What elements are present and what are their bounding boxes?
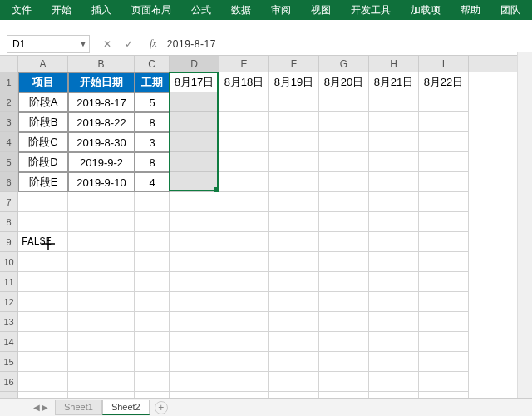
cell-F12[interactable] bbox=[269, 292, 319, 312]
name-box[interactable]: D1 ▼ bbox=[7, 35, 90, 53]
cell-E2[interactable] bbox=[219, 92, 269, 112]
cell-G7[interactable] bbox=[319, 192, 369, 212]
cell-F13[interactable] bbox=[269, 312, 319, 332]
confirm-icon[interactable]: ✓ bbox=[121, 38, 136, 50]
cell-A9[interactable]: FALSE bbox=[18, 232, 68, 252]
cell-B16[interactable] bbox=[68, 372, 135, 392]
row-header-4[interactable]: 4 bbox=[0, 132, 18, 152]
cell-D15[interactable] bbox=[170, 352, 219, 372]
ribbon-tab-1[interactable]: 开始 bbox=[42, 0, 81, 20]
row-header-14[interactable]: 14 bbox=[0, 332, 18, 352]
cell-I9[interactable] bbox=[419, 232, 469, 252]
cell-D4[interactable] bbox=[170, 132, 219, 152]
cell-G2[interactable] bbox=[319, 92, 369, 112]
cell-B11[interactable] bbox=[68, 272, 135, 292]
cell-I5[interactable] bbox=[419, 152, 469, 172]
cell-F1[interactable]: 8月19日 bbox=[269, 72, 319, 92]
cell-I7[interactable] bbox=[419, 192, 469, 212]
row-header-10[interactable]: 10 bbox=[0, 252, 18, 272]
cell-H1[interactable]: 8月21日 bbox=[369, 72, 419, 92]
cell-C12[interactable] bbox=[135, 292, 170, 312]
cell-G1[interactable]: 8月20日 bbox=[319, 72, 369, 92]
row-header-6[interactable]: 6 bbox=[0, 172, 18, 192]
sheet-tab-Sheet1[interactable]: Sheet1 bbox=[55, 400, 102, 415]
cell-D10[interactable] bbox=[170, 252, 219, 272]
row-header-13[interactable]: 13 bbox=[0, 312, 18, 332]
cell-A7[interactable] bbox=[18, 192, 68, 212]
cell-F14[interactable] bbox=[269, 332, 319, 352]
col-header-H[interactable]: H bbox=[369, 56, 419, 72]
col-header-B[interactable]: B bbox=[68, 56, 135, 72]
cell-B6[interactable]: 2019-9-10 bbox=[68, 172, 135, 192]
cell-H10[interactable] bbox=[369, 252, 419, 272]
cell-C2[interactable]: 5 bbox=[135, 92, 170, 112]
cell-E7[interactable] bbox=[219, 192, 269, 212]
cell-A5[interactable]: 阶段D bbox=[18, 152, 68, 172]
cell-C11[interactable] bbox=[135, 272, 170, 292]
cell-B10[interactable] bbox=[68, 252, 135, 272]
col-header-F[interactable]: F bbox=[269, 56, 319, 72]
cell-D8[interactable] bbox=[170, 212, 219, 232]
cell-F7[interactable] bbox=[269, 192, 319, 212]
cell-D16[interactable] bbox=[170, 372, 219, 392]
cell-H7[interactable] bbox=[369, 192, 419, 212]
ribbon-tab-3[interactable]: 页面布局 bbox=[121, 0, 181, 20]
cell-A11[interactable] bbox=[18, 272, 68, 292]
cell-C8[interactable] bbox=[135, 212, 170, 232]
cell-G4[interactable] bbox=[319, 132, 369, 152]
cell-A14[interactable] bbox=[18, 332, 68, 352]
row-header-15[interactable]: 15 bbox=[0, 352, 18, 372]
cell-I15[interactable] bbox=[419, 352, 469, 372]
cell-B2[interactable]: 2019-8-17 bbox=[68, 92, 135, 112]
col-header-I[interactable]: I bbox=[419, 56, 469, 72]
cell-H6[interactable] bbox=[369, 172, 419, 192]
cell-B1[interactable]: 开始日期 bbox=[68, 72, 135, 92]
cell-F10[interactable] bbox=[269, 252, 319, 272]
cell-H9[interactable] bbox=[369, 232, 419, 252]
cell-I10[interactable] bbox=[419, 252, 469, 272]
cell-F5[interactable] bbox=[269, 152, 319, 172]
cell-C1[interactable]: 工期 bbox=[135, 72, 170, 92]
cell-I16[interactable] bbox=[419, 372, 469, 392]
cell-G11[interactable] bbox=[319, 272, 369, 292]
cell-B15[interactable] bbox=[68, 352, 135, 372]
cell-C3[interactable]: 8 bbox=[135, 112, 170, 132]
ribbon-tab-4[interactable]: 公式 bbox=[181, 0, 221, 20]
cell-H12[interactable] bbox=[369, 292, 419, 312]
fx-icon[interactable]: fx bbox=[150, 37, 157, 50]
formula-input[interactable]: 2019-8-17 bbox=[157, 38, 532, 50]
cell-E5[interactable] bbox=[219, 152, 269, 172]
ribbon-tab-9[interactable]: 加载项 bbox=[401, 0, 451, 20]
cell-H11[interactable] bbox=[369, 272, 419, 292]
col-header-A[interactable]: A bbox=[18, 56, 68, 72]
cell-D7[interactable] bbox=[170, 192, 219, 212]
row-header-9[interactable]: 9 bbox=[0, 232, 18, 252]
cell-B4[interactable]: 2019-8-30 bbox=[68, 132, 135, 152]
cell-A13[interactable] bbox=[18, 312, 68, 332]
cell-G3[interactable] bbox=[319, 112, 369, 132]
row-header-1[interactable]: 1 bbox=[0, 72, 18, 92]
cell-C15[interactable] bbox=[135, 352, 170, 372]
cell-E15[interactable] bbox=[219, 352, 269, 372]
cell-A12[interactable] bbox=[18, 292, 68, 312]
cell-H3[interactable] bbox=[369, 112, 419, 132]
cell-G6[interactable] bbox=[319, 172, 369, 192]
cancel-icon[interactable]: ✕ bbox=[100, 38, 115, 50]
row-header-2[interactable]: 2 bbox=[0, 92, 18, 112]
name-box-dropdown-icon[interactable]: ▼ bbox=[79, 39, 87, 48]
cell-F15[interactable] bbox=[269, 352, 319, 372]
col-header-G[interactable]: G bbox=[319, 56, 369, 72]
cell-D11[interactable] bbox=[170, 272, 219, 292]
cell-C14[interactable] bbox=[135, 332, 170, 352]
col-header-D[interactable]: D bbox=[170, 56, 219, 72]
cell-F8[interactable] bbox=[269, 212, 319, 232]
row-header-8[interactable]: 8 bbox=[0, 212, 18, 232]
ribbon-tab-11[interactable]: 团队 bbox=[490, 0, 530, 20]
cell-C13[interactable] bbox=[135, 312, 170, 332]
cell-F9[interactable] bbox=[269, 232, 319, 252]
cell-F6[interactable] bbox=[269, 172, 319, 192]
cell-D14[interactable] bbox=[170, 332, 219, 352]
cell-H4[interactable] bbox=[369, 132, 419, 152]
cell-D13[interactable] bbox=[170, 312, 219, 332]
cell-E8[interactable] bbox=[219, 212, 269, 232]
